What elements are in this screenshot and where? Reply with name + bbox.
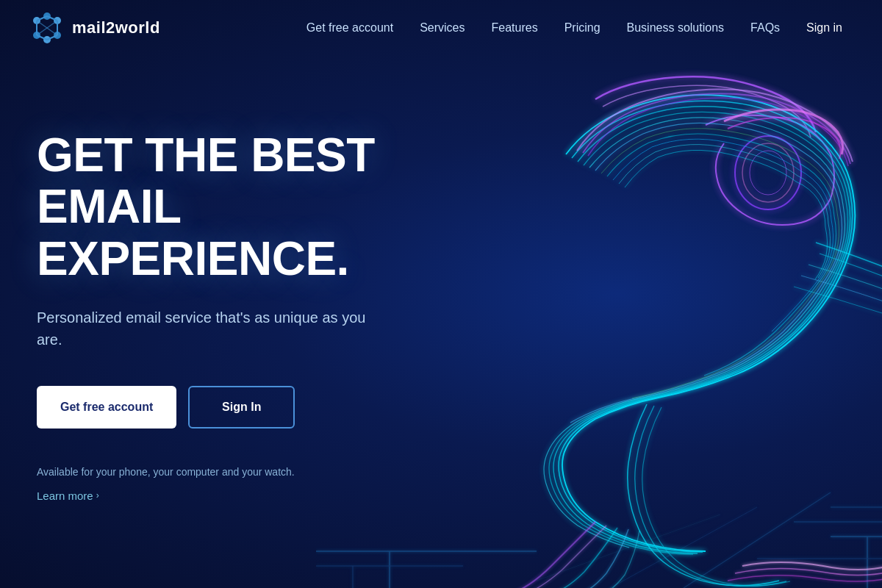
hero-subtitle: Personalized email service that's as uni… [37,306,382,351]
svg-line-10 [610,507,757,588]
nav-business-solutions[interactable]: Business solutions [617,15,735,40]
nav-get-free-account[interactable]: Get free account [296,15,404,40]
get-free-account-button[interactable]: Get free account [37,386,176,429]
hero-content: GET THE BEST EMAIL EXPERIENCE. Personali… [0,56,382,503]
svg-point-14 [750,151,786,195]
header: mail2world Get free account Services Fea… [0,0,882,56]
hero-title: GET THE BEST EMAIL EXPERIENCE. [37,129,382,284]
nav-pricing[interactable]: Pricing [554,15,611,40]
logo-icon [29,10,65,46]
hero-title-line3: EXPERIENCE. [37,232,349,285]
nav-faqs[interactable]: FAQs [740,15,790,40]
hero-title-line1: GET THE BEST [37,129,375,182]
learn-more-link[interactable]: Learn more › [37,490,99,502]
nav-features[interactable]: Features [481,15,548,40]
hero-illustration [316,37,882,588]
learn-more-label: Learn more [37,490,93,502]
brand-name: mail2world [72,18,160,37]
cta-buttons: Get free account Sign In [37,386,382,429]
availability-text: Available for your phone, your computer … [37,464,382,480]
learn-more-arrow-icon: › [96,490,99,501]
main-nav: Get free account Services Features Prici… [296,15,853,40]
svg-line-9 [684,492,831,588]
nav-sign-in[interactable]: Sign in [796,15,853,40]
logo-area[interactable]: mail2world [29,10,160,46]
sign-in-button[interactable]: Sign In [188,386,295,429]
nav-services[interactable]: Services [409,15,475,40]
hero-title-line2: EMAIL [37,180,182,233]
